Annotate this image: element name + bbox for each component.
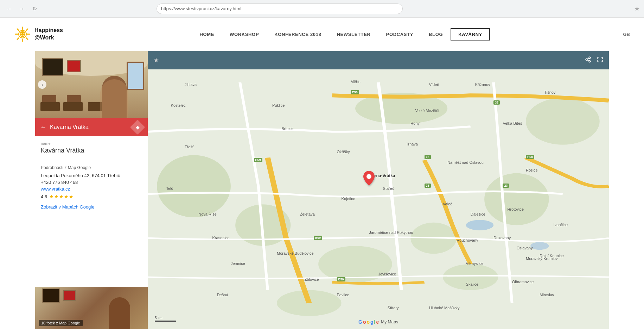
google-maps-link[interactable]: Zobrazit v Mapách Google <box>41 204 94 210</box>
nav-newsletter[interactable]: NEWSLETTER <box>329 28 378 41</box>
star-5: ★ <box>69 194 74 199</box>
map-label-skrisky: Okříšky <box>337 150 350 154</box>
map-label-brtnice: Brtnice <box>281 126 293 131</box>
banner-cafe-name: Kavárna Vrátka <box>50 124 129 130</box>
svg-line-5 <box>17 29 19 31</box>
map-label-olbramovice: Olbramovice <box>512 280 534 284</box>
lang-button[interactable]: GB <box>623 32 630 37</box>
map-scale: 5 km <box>155 316 176 322</box>
map-label-oslavany: Oslavany <box>517 246 533 250</box>
svg-point-10 <box>21 33 22 34</box>
refresh-button[interactable]: ↻ <box>30 4 39 14</box>
map-label-desna: Dešná <box>217 293 228 297</box>
directions-icon[interactable]: ◆ <box>130 120 145 135</box>
rating-row: 4.6 ★ ★ ★ ★ ★ <box>41 194 142 199</box>
map-favorite-icon[interactable]: ★ <box>153 56 159 64</box>
main-content: ‹ ← Kavárna Vrátka ◆ name Kavárna Vrátka… <box>35 51 609 329</box>
map-label-tisnov: Tišnov <box>544 90 555 94</box>
svg-point-27 <box>466 220 494 230</box>
map-label-namestn: Náměšt nad Oslavou <box>447 160 484 164</box>
map-label-miroslav: Miroslav <box>540 293 554 297</box>
svg-point-24 <box>526 98 600 145</box>
cafe-banner: ← Kavárna Vrátka ◆ <box>35 118 148 136</box>
map-location-pin[interactable] <box>363 171 375 189</box>
map-label-kojetice: Kojetice <box>342 197 355 201</box>
highway-23-2: 23 <box>425 184 431 188</box>
svg-point-29 <box>366 174 371 179</box>
map-label-skalice: Skalice <box>466 282 478 286</box>
map-label-ivancice: Ivančice <box>554 223 568 227</box>
google-maps-label: Podrobnosti z Map Google <box>41 165 142 170</box>
svg-point-11 <box>24 33 25 34</box>
svg-point-21 <box>484 173 549 225</box>
highway-37: 37 <box>493 100 500 105</box>
google-maps-section: Podrobnosti z Map Google Leopolda Pokorn… <box>41 160 142 210</box>
highway-23-3: 23 <box>503 184 509 188</box>
logo-sun-icon <box>14 26 31 43</box>
logo[interactable]: Happiness @Work <box>14 26 63 43</box>
map-fullscreen-button[interactable] <box>597 56 603 64</box>
nav-blog[interactable]: BLOG <box>421 28 451 41</box>
map-label-dukovany: Dukovany <box>493 236 511 240</box>
highway-e50-1: E50 <box>351 90 359 94</box>
nav-home[interactable]: HOME <box>192 28 222 41</box>
svg-point-25 <box>277 290 342 316</box>
nav-konference[interactable]: KONFERENCE 2018 <box>267 28 329 41</box>
svg-line-6 <box>26 38 28 40</box>
map-label-viden: Vídeň <box>429 82 439 87</box>
map-label-trnava: Trnava <box>406 142 418 146</box>
back-button[interactable]: ← <box>4 4 14 14</box>
map-label-stitany: Štítary <box>388 306 399 310</box>
map-label-trest: Třešť <box>185 145 194 149</box>
svg-line-7 <box>26 29 28 31</box>
map-label-velka-bites: Velká Bíteš <box>503 121 522 125</box>
map-label-krizanov: Křižanov <box>475 82 490 87</box>
nav-workshop[interactable]: WORKSHOP <box>222 28 267 41</box>
main-nav: HOME WORKSHOP KONFERENCE 2018 NEWSLETTER… <box>192 28 490 41</box>
star-4: ★ <box>64 194 69 199</box>
address-bar[interactable]: https://www.stestivpraci.cz/kavarny.html <box>157 4 403 14</box>
map-background[interactable]: Jihlava Měřín Vídeň Křižanov Kostelec Pu… <box>148 69 609 329</box>
info-label: name <box>41 141 142 145</box>
forward-button[interactable]: → <box>17 4 27 14</box>
map-label-jemnice: Jemnice <box>231 261 245 266</box>
map-label-rosice: Rosice <box>526 168 538 172</box>
map-label-nova-rise: Nová Říše <box>198 212 216 216</box>
map-label-jevisovice: Jevišovice <box>378 272 396 276</box>
info-panel: name Kavárna Vrátka Podrobnosti z Map Go… <box>35 136 148 287</box>
highway-e59-1: E59 <box>254 158 262 162</box>
banner-back-arrow[interactable]: ← <box>40 124 46 131</box>
stars: ★ ★ ★ ★ ★ <box>49 194 74 199</box>
browser-chrome: ← → ↻ https://www.stestivpraci.cz/kavarn… <box>0 0 644 18</box>
map-label-vemyslice: Vémyslice <box>466 261 484 266</box>
svg-line-8 <box>17 38 19 40</box>
highway-e50-2: E50 <box>526 155 534 159</box>
map-share-button[interactable] <box>585 56 591 64</box>
map-scale-bar <box>155 321 176 322</box>
map-scale-label: 5 km <box>155 316 162 320</box>
map-header: ★ <box>148 51 609 69</box>
cafe-photo-bottom: ‹ 10 fotek z Map Google <box>35 287 148 329</box>
svg-point-9 <box>19 31 26 37</box>
map-label-telc: Telč <box>166 186 173 191</box>
nav-podcasty[interactable]: PODCASTY <box>378 28 421 41</box>
photo-prev-arrow[interactable]: ‹ <box>38 80 46 89</box>
logo-text: Happiness @Work <box>34 27 63 42</box>
nav-kavarny[interactable]: KAVÁRNY <box>451 28 490 41</box>
left-panel: ‹ ← Kavárna Vrátka ◆ name Kavárna Vrátka… <box>35 51 148 329</box>
map-label-dalesice: Dalešice <box>471 212 485 216</box>
google-logo: G o o g l e My Maps <box>358 319 398 325</box>
map-panel: ★ <box>148 51 609 329</box>
photo-count-badge: 10 fotek z Map Google <box>39 320 83 326</box>
info-name: Kavárna Vrátka <box>41 147 142 154</box>
site-header: Happiness @Work HOME WORKSHOP KONFERENCE… <box>0 18 644 51</box>
bookmark-button[interactable]: ★ <box>634 5 640 13</box>
map-label-zeletava: Želetava <box>300 212 315 216</box>
map-label-puklice: Puklice <box>272 103 285 107</box>
map-label-hluboke: Hluboké Mašůvky <box>429 306 460 310</box>
map-label-pavlice: Pavlice <box>337 293 349 297</box>
map-label-jihlava: Jihlava <box>185 82 197 87</box>
star-3: ★ <box>59 194 64 199</box>
cafe-website[interactable]: www.vratka.cz <box>41 186 142 192</box>
map-label-velke-mezirici: Velké Meziříčí <box>415 108 439 113</box>
